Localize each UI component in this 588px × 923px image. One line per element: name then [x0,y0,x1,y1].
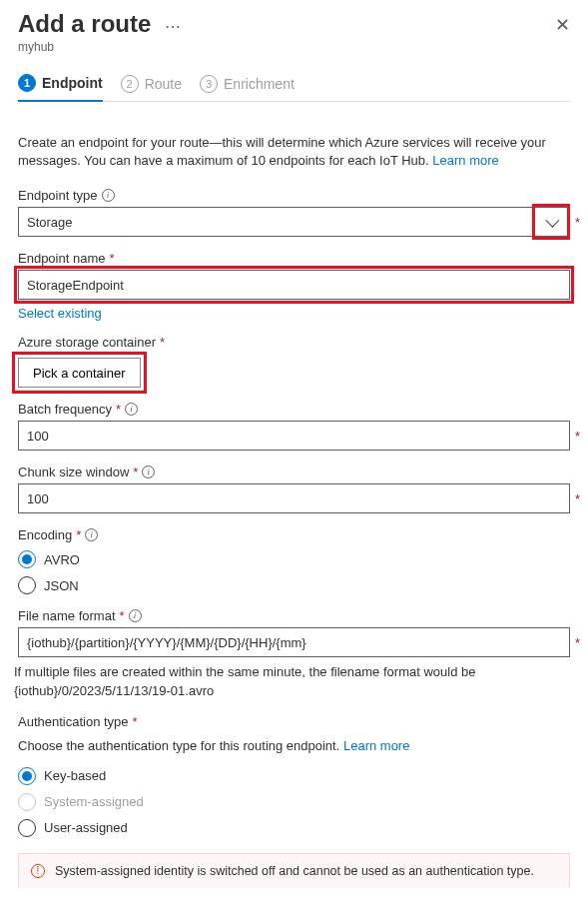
more-icon[interactable]: ⋯ [165,19,182,35]
filename-format-input[interactable] [18,627,570,657]
tab-endpoint[interactable]: 1 Endpoint [18,68,103,102]
tab-route[interactable]: 2 Route [121,68,182,102]
wizard-tabs: 1 Endpoint 2 Route 3 Enrichment [18,68,570,102]
hub-subtitle: myhub [18,40,570,54]
required-marker: * [120,608,125,623]
required-marker: * [133,464,138,479]
chunk-size-input[interactable] [18,483,570,513]
label-batch-frequency: Batch frequency [18,402,112,417]
learn-more-link[interactable]: Learn more [432,153,498,168]
select-value: Storage [27,215,73,230]
label-chunk-size: Chunk size window [18,464,129,479]
info-icon[interactable]: i [142,465,155,478]
pick-container-button[interactable]: Pick a container [18,358,141,388]
tab-label: Route [145,76,182,92]
step-number: 3 [200,75,218,93]
radio-label: Key-based [44,768,106,783]
chevron-down-icon [545,214,559,228]
info-icon[interactable]: i [129,609,142,622]
label-filename-format: File name format [18,608,116,623]
close-icon[interactable]: ✕ [555,16,570,34]
auth-helper: Choose the authentication type for this … [18,738,343,753]
info-icon[interactable]: i [85,528,98,541]
batch-frequency-input[interactable] [18,421,570,451]
radio-system-assigned [18,793,36,811]
required-marker: * [76,527,81,542]
learn-more-link[interactable]: Learn more [343,738,409,753]
intro-text: Create an endpoint for your route—this w… [18,134,570,170]
label-endpoint-name: Endpoint name [18,251,105,266]
tab-enrichment[interactable]: 3 Enrichment [200,68,294,102]
warning-icon: ! [31,864,45,878]
endpoint-name-input[interactable] [18,270,570,300]
radio-key-based[interactable] [18,767,36,785]
required-marker: * [575,635,580,650]
page-title: Add a route [18,10,151,38]
required-marker: * [116,402,121,417]
radio-user-assigned[interactable] [18,819,36,837]
info-bar-text: System-assigned identity is switched off… [55,864,534,878]
info-icon[interactable]: i [102,189,115,202]
filename-helper: If multiple files are created within the… [14,663,570,699]
endpoint-type-select[interactable]: Storage [18,207,570,237]
label-encoding: Encoding [18,527,72,542]
radio-json[interactable] [18,576,36,594]
info-bar: ! System-assigned identity is switched o… [18,853,570,888]
required-marker: * [575,491,580,506]
radio-label: JSON [44,578,79,593]
radio-label: User-assigned [44,820,128,835]
radio-label: AVRO [44,552,80,567]
required-marker: * [160,335,165,350]
required-marker: * [133,714,138,729]
step-number: 1 [18,74,36,92]
select-existing-link[interactable]: Select existing [18,306,102,321]
required-marker: * [575,215,580,230]
step-number: 2 [121,75,139,93]
radio-avro[interactable] [18,550,36,568]
required-marker: * [109,251,114,266]
required-marker: * [575,429,580,444]
label-auth-type: Authentication type [18,714,129,729]
tab-label: Enrichment [224,76,294,92]
radio-label: System-assigned [44,794,144,809]
label-storage-container: Azure storage container [18,335,156,350]
label-endpoint-type: Endpoint type [18,188,98,203]
tab-label: Endpoint [42,75,103,91]
info-icon[interactable]: i [125,403,138,416]
